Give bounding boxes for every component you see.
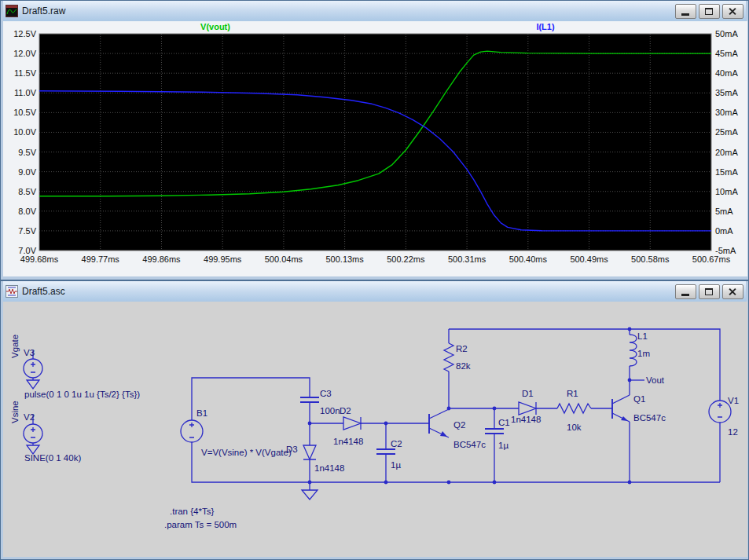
component-C3-value[interactable]: 100n [320, 406, 340, 415]
component-D1-ref[interactable]: D1 [522, 389, 534, 398]
component-D1[interactable]: D1 1n4148 [511, 389, 541, 424]
y-left-tick-label: 8.0V [3, 207, 36, 216]
x-tick-label: 499.86ms [130, 254, 193, 264]
ground-symbol[interactable] [302, 482, 318, 500]
component-Q2-value[interactable]: BC547c [453, 440, 486, 449]
close-button[interactable] [722, 4, 743, 19]
y-left-tick-label: 11.0V [3, 88, 36, 97]
net-label-vgate[interactable]: Vgate [10, 335, 20, 358]
component-L1[interactable]: L1 1m [630, 331, 650, 366]
component-V3[interactable]: Vgate V3 pulse(0 1 0 1u 1u {Ts/2} {Ts}) [10, 335, 140, 399]
schematic-drawing: Vgate V3 pulse(0 1 0 1u 1u {Ts/2} {Ts}) … [3, 302, 747, 557]
maximize-icon [705, 8, 713, 15]
component-C1[interactable]: C1 1µ [485, 418, 510, 450]
component-B1-value[interactable]: V=V(Vsine) * V(Vgate) [201, 448, 292, 457]
y-right-tick-label: 50mA [715, 29, 738, 38]
component-C3-ref[interactable]: C3 [320, 389, 332, 398]
trace-name-V(vout)[interactable]: V(vout) [200, 22, 230, 31]
component-Q1-ref[interactable]: Q1 [633, 394, 645, 404]
component-Q2[interactable]: Q2 BC547c [429, 409, 486, 449]
y-right-tick-label: 10mA [715, 187, 738, 196]
plot-area[interactable]: 12.5V12.0V11.5V11.0V10.5V10.0V9.5V9.0V8.… [3, 21, 747, 276]
component-D3-value[interactable]: 1n4148 [314, 463, 344, 473]
maximize-icon [705, 288, 713, 295]
component-C2-value[interactable]: 1µ [391, 460, 401, 470]
spice-directive-param[interactable]: .param Ts = 500m [164, 520, 237, 529]
schematic-file-icon [6, 285, 18, 298]
x-tick-label: 500.04ms [252, 254, 315, 264]
y-right-tick-label: 45mA [715, 49, 738, 58]
component-Q1[interactable]: Q1 BC547c [612, 394, 666, 423]
component-C2-ref[interactable]: C2 [391, 439, 402, 448]
component-D3-ref[interactable]: D3 [286, 445, 298, 454]
component-C1-value[interactable]: 1µ [498, 441, 509, 450]
y-left-tick-label: 7.5V [3, 226, 36, 236]
y-left-tick-label: 8.5V [3, 187, 36, 196]
component-V3-ref[interactable]: V3 [24, 348, 35, 357]
junction-dots [308, 328, 632, 485]
component-R1-ref[interactable]: R1 [567, 389, 578, 398]
minimize-icon [681, 13, 689, 16]
component-R1[interactable]: R1 10k [557, 389, 591, 432]
close-icon [729, 7, 737, 16]
x-tick-label: 499.95ms [191, 254, 254, 264]
component-D1-value[interactable]: 1n4148 [511, 415, 541, 424]
component-V1-ref[interactable]: V1 [728, 396, 739, 405]
y-right-tick-label: 40mA [715, 68, 738, 78]
component-Q2-ref[interactable]: Q2 [453, 420, 465, 430]
spice-directive-tran[interactable]: .tran {4*Ts} [170, 507, 214, 516]
component-V3-value[interactable]: pulse(0 1 0 1u 1u {Ts/2} {Ts}) [24, 390, 140, 399]
waveform-file-icon [6, 5, 18, 17]
y-right-tick-label: 25mA [715, 127, 738, 137]
minimize-icon [681, 294, 689, 296]
minimize-button[interactable] [675, 4, 696, 19]
component-C2[interactable]: C2 1µ [376, 439, 402, 470]
maximize-button[interactable] [699, 4, 720, 19]
plot-background [39, 34, 711, 251]
component-R2-ref[interactable]: R2 [456, 344, 468, 353]
component-R1-value[interactable]: 10k [567, 423, 582, 432]
x-tick-label: 499.77ms [69, 254, 132, 264]
component-V1-value[interactable]: 12 [728, 427, 738, 437]
component-B1[interactable]: B1 V=V(Vsine) * V(Vgate) [181, 408, 292, 457]
net-label-vout[interactable]: Vout [646, 375, 665, 385]
waveform-titlebar[interactable]: Draft5.raw [3, 1, 746, 21]
y-left-tick-label: 12.5V [3, 29, 36, 38]
x-tick-label: 500.40ms [497, 254, 560, 264]
net-label-vsine[interactable]: Vsine [10, 401, 20, 423]
x-tick-label: 500.58ms [619, 254, 681, 264]
component-V2-ref[interactable]: V2 [24, 412, 35, 422]
wires[interactable] [33, 329, 720, 482]
ground-symbol[interactable] [27, 380, 39, 389]
y-right-tick-label: 15mA [715, 167, 738, 177]
component-V1[interactable]: V1 12 [709, 396, 739, 437]
x-tick-label: 500.67ms [680, 254, 743, 264]
schematic-window: Draft5.asc [0, 280, 749, 560]
component-L1-ref[interactable]: L1 [637, 331, 648, 341]
waveform-plot [3, 21, 747, 276]
y-left-tick-label: 9.0V [3, 167, 36, 177]
x-tick-label: 500.49ms [558, 254, 621, 264]
schematic-window-title: Draft5.asc [22, 286, 65, 297]
close-button[interactable] [722, 284, 743, 299]
component-Q1-value[interactable]: BC547c [633, 413, 666, 423]
component-B1-ref[interactable]: B1 [196, 408, 207, 418]
schematic-canvas[interactable]: Vgate V3 pulse(0 1 0 1u 1u {Ts/2} {Ts}) … [3, 302, 747, 557]
maximize-button[interactable] [699, 284, 720, 299]
x-tick-label: 500.31ms [435, 254, 498, 264]
minimize-button[interactable] [675, 284, 696, 299]
x-tick-label: 499.68ms [8, 254, 71, 264]
y-left-tick-label: 10.5V [3, 108, 36, 117]
schematic-titlebar[interactable]: Draft5.asc [3, 281, 746, 302]
component-L1-value[interactable]: 1m [637, 349, 650, 358]
component-C1-ref[interactable]: C1 [498, 418, 510, 427]
component-D3[interactable]: D3 1n4148 [286, 445, 344, 473]
trace-name-I(L1)[interactable]: I(L1) [536, 22, 554, 31]
y-right-tick-label: 0mA [715, 226, 733, 236]
component-D2-value[interactable]: 1n4148 [333, 437, 363, 446]
component-D2-ref[interactable]: D2 [340, 406, 351, 415]
component-V2[interactable]: Vsine V2 SINE(0 1 40k) [10, 401, 81, 463]
component-R2[interactable]: R2 82k [444, 343, 471, 372]
component-C3[interactable]: C3 100n [300, 389, 340, 415]
component-R2-value[interactable]: 82k [456, 361, 471, 371]
